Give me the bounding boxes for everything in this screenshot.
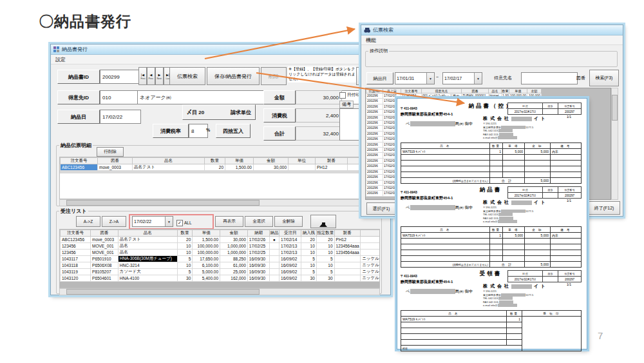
column-header[interactable]: 図番: [462, 89, 489, 93]
column-header[interactable]: 図番: [91, 230, 118, 237]
column-header[interactable]: 数量: [502, 89, 509, 93]
sort-az-button[interactable]: A->Z: [76, 216, 100, 227]
dropdown-arrow-icon[interactable]: [426, 73, 434, 84]
table-row[interactable]: ABC123456move_0003品名テスト201,500.0030,000P…: [61, 164, 380, 171]
delivery-date-input[interactable]: 17/02/22: [100, 110, 141, 124]
search-date-label: 納品日: [366, 72, 393, 84]
table-cell: ABC123456: [61, 164, 98, 171]
nav-prev-button[interactable]: ◀Prev: [147, 67, 155, 85]
date-print-checkbox-box[interactable]: [339, 92, 346, 99]
table-row[interactable]: ABC123456move_0003品名テスト201,500.0030,0001…: [61, 237, 381, 243]
table-cell: PH12: [316, 164, 348, 171]
column-header[interactable]: 数量: [177, 230, 193, 237]
column-header[interactable]: 納入残: [301, 230, 317, 237]
select-result-button[interactable]: 選択(F1): [366, 202, 396, 215]
main-titlebar[interactable]: 納品書発行: [51, 44, 390, 55]
table-cell: 品名テスト: [133, 164, 205, 171]
column-header[interactable]: 単価: [225, 158, 254, 164]
search-vscrollbar[interactable]: [611, 88, 618, 200]
column-header[interactable]: 指定数量: [316, 230, 334, 237]
table-cell: 17/02/13: [279, 243, 301, 250]
column-header[interactable]: 注文番号: [401, 89, 422, 93]
sort-za-button[interactable]: Z->A: [102, 216, 126, 227]
doc-total: 5,000: [525, 178, 551, 184]
column-header[interactable]: 単位: [289, 158, 316, 164]
menu-functions[interactable]: 機能: [366, 37, 376, 44]
table-cell: 200296: [366, 104, 383, 109]
detail-hscrollbar[interactable]: [59, 199, 380, 206]
table-row[interactable]: 1043120P6504601HNA-4100305,400.00162,000…: [61, 275, 381, 282]
deselect-all-button[interactable]: 全解除: [274, 216, 303, 227]
column-header[interactable]: 図番: [98, 158, 133, 164]
table-cell: カソード大: [118, 269, 177, 275]
menu-settings[interactable]: 設定: [55, 56, 66, 63]
column-header[interactable]: 金額: [527, 89, 542, 93]
column-header[interactable]: 得意先名: [422, 89, 462, 93]
column-header[interactable]: 品名: [133, 158, 205, 164]
table-row[interactable]: 1043117P6501910HNA-306B(30M用チューブ)517,650…: [61, 256, 381, 262]
column-header[interactable]: 注文番号: [61, 158, 98, 164]
amount-value: 30,000: [296, 90, 342, 104]
order-hscrollbar[interactable]: [59, 288, 380, 295]
select-all-button[interactable]: 全選択: [245, 216, 273, 227]
table-row[interactable]: 123456MOVE_001品名10100,000.001,000,00017/…: [61, 250, 381, 256]
row-delete-button[interactable]: 行削除: [97, 147, 124, 157]
search-titlebar[interactable]: 伝票検索: [361, 25, 623, 35]
delete-button[interactable]: 削除: [261, 67, 287, 85]
column-header[interactable]: 品名: [118, 230, 177, 237]
search-customer-input[interactable]: [521, 72, 578, 84]
nav-first-button[interactable]: |◀First: [138, 67, 147, 85]
delivery-id-input[interactable]: 200299: [100, 70, 141, 84]
column-header[interactable]: 伝票No.: [366, 89, 383, 93]
main-window-title: 納品書発行: [62, 46, 88, 53]
column-header[interactable]: 単価: [509, 89, 527, 93]
dropdown-arrow-icon[interactable]: [165, 217, 173, 226]
table-row[interactable]: 123456MOVE_001品名10100,000.001,000,00017/…: [61, 243, 381, 250]
nav-next-button[interactable]: ▶Next: [155, 67, 164, 85]
table-cell: 10: [316, 262, 334, 269]
column-header[interactable]: 売上日: [383, 89, 401, 93]
table-cell: [316, 173, 348, 173]
table-row[interactable]: [61, 173, 380, 173]
column-header[interactable]: 金額: [220, 230, 248, 237]
column-header[interactable]: 受注日: [279, 230, 301, 237]
column-header[interactable]: 納品: [270, 230, 279, 237]
all-checkbox[interactable]: ✓ALL: [176, 217, 192, 228]
column-header[interactable]: 製番: [316, 158, 348, 164]
all-checkbox-box[interactable]: ✓: [176, 220, 183, 226]
table-row[interactable]: 1043119P8105207カソード大55,000.0025,00016/09…: [61, 269, 381, 275]
table-cell: [334, 262, 361, 269]
tax-rate-input[interactable]: 8: [189, 124, 208, 138]
date-from-combo[interactable]: 17/01/31: [395, 72, 435, 84]
percent-label: %: [206, 128, 210, 132]
instruction-label: 操作説明: [368, 48, 389, 54]
date-to-combo[interactable]: 17/02/17: [442, 72, 482, 84]
customer-id-label: 得意先ID: [57, 90, 100, 104]
search-execute-button[interactable]: 検索(F3): [589, 70, 619, 86]
table-cell: P6504601: [91, 275, 118, 282]
move-up-button[interactable]: [310, 215, 336, 228]
table-cell: 17/02/25: [247, 250, 269, 256]
dropdown-arrow-icon[interactable]: [474, 73, 482, 84]
save-issue-button[interactable]: 保存/納品書発行: [207, 67, 260, 85]
order-date-combo[interactable]: 17/02/22: [132, 216, 173, 227]
order-list-section: 受注リスト A->Z Z->A 17/02/22 ✓ALL 再表示 全選択 全解…: [56, 208, 382, 294]
table-cell: [270, 275, 279, 282]
column-header[interactable]: 納期: [247, 230, 269, 237]
column-header[interactable]: [361, 230, 380, 237]
table-row[interactable]: 1043118P6506X08HNC-3214106,100.0061,0001…: [61, 262, 381, 269]
table-cell: 30: [177, 275, 193, 282]
column-header[interactable]: 単価: [193, 230, 220, 237]
column-header[interactable]: 製番: [334, 230, 361, 237]
table-cell: [270, 243, 279, 250]
refresh-button[interactable]: 再表示: [215, 216, 243, 227]
column-header[interactable]: 品名: [489, 89, 502, 93]
column-header[interactable]: 金額: [254, 158, 289, 164]
first-record-icon: |◀: [141, 73, 144, 77]
rounding-button[interactable]: 四捨五入: [216, 124, 251, 138]
column-header[interactable]: 数量: [205, 158, 225, 164]
exit-button[interactable]: 終了(F12): [588, 201, 620, 215]
customer-code-input[interactable]: 010: [100, 90, 141, 104]
column-header[interactable]: 注文番号: [61, 230, 91, 237]
slip-search-button[interactable]: 伝票検索: [169, 67, 205, 85]
